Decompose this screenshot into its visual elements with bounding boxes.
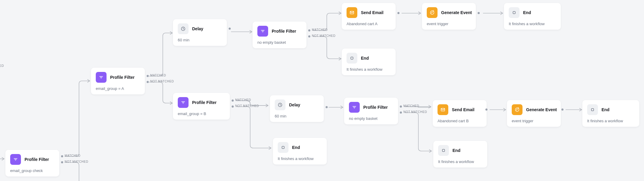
port-out bbox=[478, 12, 480, 14]
node-title: Send Email bbox=[361, 10, 383, 15]
port-label-not-matched: NOT MATCHED bbox=[312, 34, 335, 37]
filter-icon bbox=[349, 102, 360, 113]
svg-rect-27 bbox=[282, 146, 284, 149]
workflow-canvas: ED Profile Filter email_group check MATC… bbox=[0, 0, 644, 181]
node-subtitle: 60 min bbox=[178, 38, 222, 42]
port-label-not-matched: NOT MATCHED bbox=[235, 104, 259, 108]
svg-rect-21 bbox=[513, 11, 515, 14]
node-profile-filter-b[interactable]: Profile Filter email_group = B bbox=[173, 93, 230, 120]
node-title: Delay bbox=[289, 102, 300, 107]
node-end-basket-b[interactable]: End It finishes a workflow bbox=[433, 141, 487, 168]
clock-icon bbox=[275, 99, 285, 110]
node-subtitle: no empty basket bbox=[257, 40, 302, 45]
port-out bbox=[485, 108, 487, 111]
port-out bbox=[232, 99, 234, 102]
mail-icon bbox=[438, 104, 448, 115]
node-title: Profile Filter bbox=[110, 75, 135, 80]
svg-rect-22 bbox=[351, 57, 353, 59]
svg-rect-34 bbox=[591, 108, 594, 111]
node-subtitle: email_group = B bbox=[178, 111, 225, 116]
node-subtitle: It finishes a workflow bbox=[509, 22, 556, 26]
node-generate-event-b[interactable]: Generate Event event trigger bbox=[507, 100, 561, 127]
mail-icon bbox=[347, 7, 357, 18]
port-out bbox=[147, 75, 149, 77]
node-send-email-b[interactable]: Send Email Abandoned cart B bbox=[433, 100, 487, 127]
filter-icon bbox=[96, 72, 107, 83]
node-generate-event-a[interactable]: Generate Event event trigger bbox=[422, 3, 476, 30]
node-title: End bbox=[602, 107, 609, 112]
node-subtitle: email_group = A bbox=[96, 86, 140, 91]
node-title: End bbox=[452, 148, 460, 153]
node-subtitle: It finishes a workflow bbox=[438, 159, 482, 164]
node-profile-filter-basket-b[interactable]: Profile Filter no empty basket bbox=[344, 98, 398, 124]
port-out bbox=[326, 106, 328, 108]
node-subtitle: email_group check bbox=[10, 168, 54, 173]
node-subtitle: Abandoned cart A bbox=[347, 22, 391, 26]
filter-icon bbox=[257, 26, 268, 37]
event-icon bbox=[512, 104, 523, 115]
node-subtitle: It finishes a workflow bbox=[587, 119, 634, 123]
port-out bbox=[308, 35, 310, 37]
port-out bbox=[61, 161, 63, 163]
port-label-matched: MATCHED bbox=[150, 74, 166, 77]
port-out bbox=[397, 12, 400, 14]
port-out bbox=[61, 155, 63, 157]
node-end-filter-b[interactable]: End It finishes a workflow bbox=[273, 138, 327, 165]
stop-icon bbox=[587, 104, 598, 115]
port-out bbox=[400, 111, 402, 114]
node-end-a[interactable]: End It finishes a workflow bbox=[504, 3, 561, 30]
port-out bbox=[232, 105, 234, 108]
port-label-not-matched: NOT MATCHED bbox=[403, 110, 427, 114]
node-send-email-a[interactable]: Send Email Abandoned cart A bbox=[342, 3, 396, 30]
port-label-matched: MATCHED bbox=[403, 104, 419, 108]
node-subtitle: Abandoned cart B bbox=[438, 119, 482, 123]
node-delay-b[interactable]: Delay 60 min bbox=[270, 95, 324, 122]
node-title: Profile Filter bbox=[272, 29, 296, 34]
clock-icon bbox=[178, 23, 189, 34]
node-title: Profile Filter bbox=[192, 100, 217, 105]
stop-icon bbox=[278, 142, 288, 153]
node-subtitle: event trigger bbox=[512, 119, 556, 123]
port-label-not-matched: NOT MATCHED bbox=[150, 80, 174, 83]
port-label-not-matched: NOT MATCHED bbox=[65, 160, 88, 163]
node-title: End bbox=[523, 10, 531, 15]
node-title: Generate Event bbox=[441, 10, 472, 15]
node-title: Profile Filter bbox=[363, 105, 388, 110]
node-subtitle: event trigger bbox=[427, 22, 471, 26]
filter-icon bbox=[10, 154, 21, 165]
port-out bbox=[229, 28, 231, 30]
port-label-matched: MATCHED bbox=[65, 154, 80, 157]
stop-icon bbox=[438, 145, 449, 156]
event-icon bbox=[427, 7, 438, 18]
node-subtitle: It finishes a workflow bbox=[278, 156, 322, 161]
node-subtitle: 60 min bbox=[275, 114, 319, 118]
node-end-b[interactable]: End It finishes a workflow bbox=[582, 100, 639, 127]
port-label-matched: MATCHED bbox=[312, 28, 328, 31]
port-label-matched: MATCHED bbox=[235, 98, 251, 102]
node-title: End bbox=[292, 145, 300, 150]
node-title: Profile Filter bbox=[25, 157, 49, 162]
node-subtitle: It finishes a workflow bbox=[347, 67, 391, 72]
node-delay-a[interactable]: Delay 60 min bbox=[173, 19, 227, 46]
port-out bbox=[400, 105, 402, 108]
svg-rect-32 bbox=[442, 149, 445, 152]
node-end-basket-a[interactable]: End It finishes a workflow bbox=[342, 49, 396, 75]
node-profile-filter-a[interactable]: Profile Filter email_group = A bbox=[91, 68, 145, 94]
node-subtitle: no empty basket bbox=[349, 116, 393, 121]
node-title: Send Email bbox=[452, 107, 474, 112]
stop-icon bbox=[347, 53, 357, 64]
node-title: Generate Event bbox=[526, 107, 557, 112]
node-title: Delay bbox=[192, 26, 203, 31]
port-out bbox=[147, 81, 149, 83]
filter-icon bbox=[178, 97, 189, 108]
offscreen-label-fragment: ED bbox=[0, 64, 4, 67]
node-title: End bbox=[361, 56, 369, 61]
port-out bbox=[308, 29, 310, 31]
node-profile-filter-root[interactable]: Profile Filter email_group check bbox=[5, 150, 59, 177]
stop-icon bbox=[509, 7, 520, 18]
port-out bbox=[561, 108, 564, 111]
node-profile-filter-basket-a[interactable]: Profile Filter no empty basket bbox=[253, 22, 306, 48]
